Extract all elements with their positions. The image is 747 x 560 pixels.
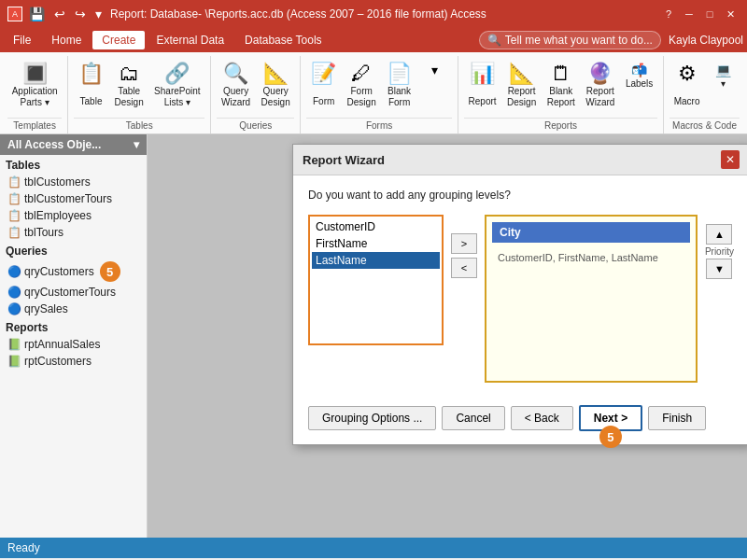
nav-item-tblcustomertours[interactable]: 📋 tblCustomerTours xyxy=(0,190,147,207)
nav-item-rptcustomers[interactable]: 📗 rptCustomers xyxy=(0,353,147,370)
app-parts-button[interactable]: 🔳 ApplicationParts ▾ xyxy=(7,60,62,112)
priority-up-button[interactable]: ▲ xyxy=(706,224,732,245)
menu-home[interactable]: Home xyxy=(42,31,91,49)
code-more-label: ▾ xyxy=(721,78,726,89)
form-design-label: FormDesign xyxy=(347,86,376,108)
redo-qat-button[interactable]: ↪ xyxy=(72,6,89,22)
window-controls: ? ─ □ ✕ xyxy=(659,6,740,22)
table-button[interactable]: 📋 Table xyxy=(74,60,108,111)
nav-item-qrycustomers[interactable]: 🔵 qryCustomers 5 xyxy=(0,259,147,284)
ribbon-group-macros: ⚙ Macro 💻 ▾ Macros & Code xyxy=(664,56,745,133)
query-design-button[interactable]: 📐 QueryDesign xyxy=(257,60,295,112)
nav-item-label: rptAnnualSales xyxy=(24,338,100,351)
ribbon-label-templates: Templates xyxy=(7,118,62,133)
ribbon-group-forms: 📝 Form 🖊 FormDesign 📄 BlankForm ▾ Forms xyxy=(301,56,458,133)
blank-report-button[interactable]: 🗒 BlankReport xyxy=(543,60,580,112)
forms-more-button[interactable]: ▾ xyxy=(418,60,452,80)
back-button[interactable]: < Back xyxy=(511,406,573,430)
nav-item-tblcustomers[interactable]: 📋 tblCustomers xyxy=(0,174,147,190)
macro-button[interactable]: ⚙ Macro xyxy=(669,60,704,111)
undo-qat-button[interactable]: ↩ xyxy=(51,6,68,22)
form-label: Form xyxy=(313,96,334,107)
report-wizard-button[interactable]: 🔮 ReportWizard xyxy=(581,60,619,112)
field-item-firstname[interactable]: FirstName xyxy=(312,235,440,252)
help-button[interactable]: ? xyxy=(659,6,678,22)
dialog-content: CustomerID FirstName LastName > < City C… xyxy=(308,215,734,383)
table-icon: 📋 xyxy=(7,175,21,189)
app-parts-label: ApplicationParts ▾ xyxy=(12,86,58,108)
qat-dropdown-button[interactable]: ▾ xyxy=(92,6,105,22)
table-design-button[interactable]: 🗂 TableDesign xyxy=(110,60,148,112)
ribbon-group-queries: 🔍 QueryWizard 📐 QueryDesign Queries xyxy=(211,56,301,133)
tell-me-box[interactable]: 🔍 Tell me what you want to do... xyxy=(479,31,661,49)
cancel-button[interactable]: Cancel xyxy=(442,406,504,430)
nav-item-tbltours[interactable]: 📋 tblTours xyxy=(0,224,147,241)
remove-grouping-button[interactable]: < xyxy=(451,258,477,278)
menu-create[interactable]: Create xyxy=(92,31,145,49)
priority-down-button[interactable]: ▼ xyxy=(706,259,732,279)
table-icon: 📋 xyxy=(7,226,21,239)
sharepoint-lists-button[interactable]: 🔗 SharePointLists ▾ xyxy=(149,60,204,112)
minimize-button[interactable]: ─ xyxy=(680,6,698,22)
menu-file[interactable]: File xyxy=(4,31,40,49)
close-button[interactable]: ✕ xyxy=(721,6,740,22)
title-bar: A 💾 ↩ ↪ ▾ Report: Database- \Reports.acc… xyxy=(0,0,747,28)
nav-pane-header[interactable]: All Access Obje... ▾ xyxy=(0,134,147,155)
nav-item-label: qrySales xyxy=(24,302,68,315)
dialog-footer: Grouping Options ... Cancel < Back Next … xyxy=(293,396,747,444)
status-bar: Ready xyxy=(0,538,747,558)
report-button[interactable]: 📊 Report xyxy=(464,60,501,111)
maximize-button[interactable]: □ xyxy=(700,6,719,22)
nav-item-tblemployees[interactable]: 📋 tblEmployees xyxy=(0,207,147,224)
menu-bar: File Home Create External Data Database … xyxy=(0,28,747,52)
dialog-close-button[interactable]: ✕ xyxy=(721,150,740,169)
next-button-label: Next > xyxy=(594,412,627,425)
ribbon-group-tables-items: 📋 Table 🗂 TableDesign 🔗 SharePointLists … xyxy=(74,56,204,114)
nav-item-label: rptCustomers xyxy=(24,355,92,368)
table-label: Table xyxy=(80,96,103,107)
nav-item-rptannualsales[interactable]: 📗 rptAnnualSales xyxy=(0,336,147,353)
save-qat-button[interactable]: 💾 xyxy=(26,6,48,22)
report-design-button[interactable]: 📐 ReportDesign xyxy=(502,60,541,112)
main-area: All Access Obje... ▾ Tables 📋 tblCustome… xyxy=(0,134,747,538)
macro-label: Macro xyxy=(674,96,700,107)
nav-item-label: qryCustomers xyxy=(24,265,94,278)
nav-item-label: tblEmployees xyxy=(24,209,92,222)
report-wizard-dialog: Report Wizard ✕ Do you want to add any g… xyxy=(292,144,747,445)
nav-item-qrycustomertours[interactable]: 🔵 qryCustomerTours xyxy=(0,284,147,301)
finish-button[interactable]: Finish xyxy=(648,406,706,430)
ribbon-group-forms-items: 📝 Form 🖊 FormDesign 📄 BlankForm ▾ xyxy=(306,56,451,114)
field-item-lastname[interactable]: LastName xyxy=(312,252,440,269)
add-grouping-button[interactable]: > xyxy=(451,233,477,254)
sharepoint-label: SharePointLists ▾ xyxy=(154,86,200,108)
form-design-button[interactable]: 🖊 FormDesign xyxy=(343,60,380,112)
report-wizard-label: ReportWizard xyxy=(585,86,614,108)
app-icon: A xyxy=(7,7,22,21)
code-more-button[interactable]: 💻 ▾ xyxy=(706,60,740,92)
labels-button[interactable]: 📬 Labels xyxy=(621,60,657,92)
form-button[interactable]: 📝 Form xyxy=(306,60,340,111)
nav-section-reports: Reports xyxy=(0,317,147,336)
blank-form-icon: 📄 xyxy=(387,63,412,84)
menu-external-data[interactable]: External Data xyxy=(147,31,233,49)
field-item-customerid[interactable]: CustomerID xyxy=(312,218,440,235)
ribbon-content: 🔳 ApplicationParts ▾ Templates 📋 Table 🗂… xyxy=(0,52,747,133)
grouping-subfields: CustomerID, FirstName, LastName xyxy=(492,248,690,267)
ribbon-group-tables: 📋 Table 🗂 TableDesign 🔗 SharePointLists … xyxy=(68,56,211,133)
table-icon: 📋 xyxy=(7,209,21,222)
menu-database-tools[interactable]: Database Tools xyxy=(235,31,331,49)
grouping-options-button[interactable]: Grouping Options ... xyxy=(308,406,436,430)
ribbon-label-macros: Macros & Code xyxy=(669,118,740,133)
query-wizard-button[interactable]: 🔍 QueryWizard xyxy=(217,60,255,112)
blank-form-button[interactable]: 📄 BlankForm xyxy=(382,60,416,112)
next-button[interactable]: Next > 5 xyxy=(579,405,642,431)
blank-report-icon: 🗒 xyxy=(551,63,571,84)
ribbon-label-reports: Reports xyxy=(464,118,657,133)
ribbon-label-queries: Queries xyxy=(217,118,294,133)
fields-list-box: CustomerID FirstName LastName xyxy=(308,215,444,345)
nav-item-label: tblCustomers xyxy=(24,175,91,189)
blank-form-label: BlankForm xyxy=(388,86,411,108)
search-icon: 🔍 xyxy=(487,34,501,47)
nav-item-qrysales[interactable]: 🔵 qrySales xyxy=(0,301,147,317)
ribbon-group-templates: 🔳 ApplicationParts ▾ Templates xyxy=(2,56,68,133)
